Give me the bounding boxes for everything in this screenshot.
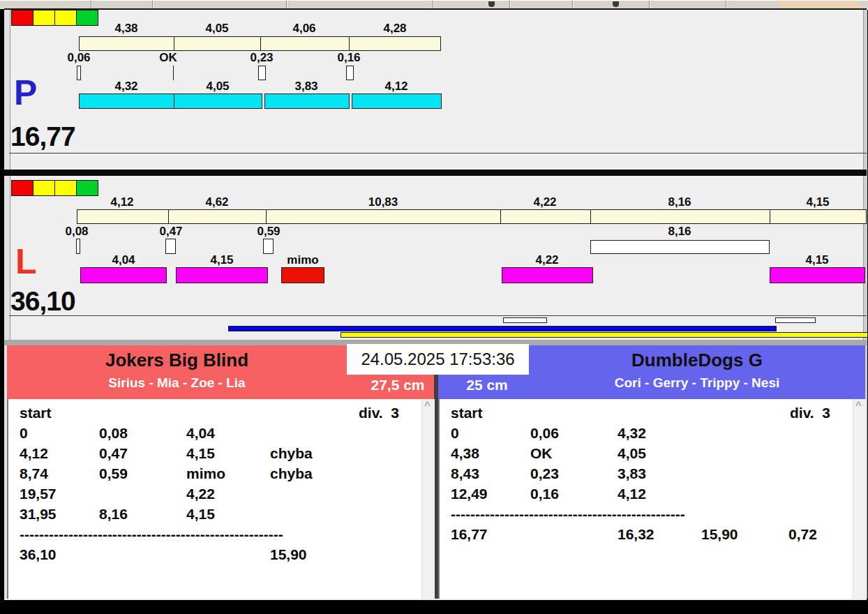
traffic-light-yellow-icon [33, 180, 55, 196]
segment-divider [260, 37, 261, 50]
log-row: 8,74 0,59 mimo chyba [8, 465, 420, 485]
log-total-time: 36,10 [20, 546, 57, 563]
lane-p-top-split-label: 4,06 [259, 22, 350, 36]
run-log-left[interactable]: start div. 3 0 0,08 4,04 4,12 0,47 4,15 … [7, 399, 434, 599]
log-row: 0 0,06 4,32 [440, 425, 851, 444]
log-scrollbar[interactable]: ^ [421, 399, 435, 599]
change-marker [77, 66, 81, 80]
lane-l-top-split-label: 4,12 [77, 195, 167, 209]
lane-l-bottom-split-label: 4,15 [177, 253, 267, 267]
log-row: 31,95 8,16 4,15 [8, 506, 420, 525]
log-cell: 4,15 [186, 445, 215, 462]
lane-p-top-split-label: 4,38 [81, 22, 172, 36]
lane-p-total-time: 16,77 [10, 123, 75, 150]
log-row: 8,43 0,23 3,83 [440, 465, 851, 485]
log-row: 4,38 OK 4,05 [440, 445, 851, 465]
lane-p-change-label: 0,23 [216, 51, 307, 65]
log-cell: 4,12 [618, 486, 646, 502]
log-total-row: 36,10 15,90 [8, 546, 420, 566]
lane-p-bottom-split-label: 4,05 [172, 80, 263, 93]
lane-p-change-label: OK [123, 51, 214, 65]
log-cell: 0,59 [99, 465, 128, 482]
log-cell: 4,22 [186, 486, 215, 502]
log-separator: ----------------------------------------… [451, 506, 688, 523]
lane-l-change-label: 0,47 [126, 225, 216, 239]
lane-l-top-bar [77, 209, 867, 224]
progress-marker [503, 317, 547, 323]
team-right-jump-height: 25 cm [445, 377, 529, 394]
change-marker [76, 239, 80, 254]
team-right-dogs: Cori - Gerry - Trippy - Nesi [529, 375, 865, 391]
log-scrollbar[interactable]: ^ [853, 399, 866, 599]
log-header: start [451, 405, 483, 421]
change-wide-marker [590, 240, 770, 254]
log-cell: 4,15 [186, 506, 215, 523]
log-cell: 0 [451, 425, 459, 442]
log-cell: 0,16 [530, 486, 559, 502]
log-cell: 4,05 [618, 445, 646, 462]
log-cell: 8,74 [20, 465, 48, 482]
log-cell: 4,12 [20, 445, 48, 462]
log-cell: 0 [20, 425, 28, 442]
lane-l-leg-bar [176, 267, 268, 283]
lane-l-change-label: 0,08 [31, 225, 122, 239]
lane-l-top-split-label: 10,83 [338, 195, 428, 209]
change-marker [263, 239, 274, 254]
lane-p-leg-bar [352, 93, 442, 109]
log-cell: 0,23 [530, 465, 559, 482]
log-cell: 0,06 [530, 425, 559, 442]
segment-divider [266, 210, 267, 223]
lane-p-bottom-split-label: 4,12 [351, 80, 442, 93]
lane-l-bottom-split-label: mimo [257, 253, 348, 267]
change-marker [173, 66, 174, 80]
lane-p-leg-bar [174, 93, 262, 109]
team-right-name: DumbleDogs G [529, 350, 865, 371]
lane-divider [4, 170, 867, 176]
log-total-row: 16,77 16,32 15,90 0,72 [440, 526, 851, 546]
segment-divider [770, 210, 770, 223]
lane-l-top-split-label: 4,22 [500, 195, 590, 209]
lane-l-change-wide-label: 8,16 [634, 225, 725, 239]
lane-p-letter: P [14, 75, 37, 110]
traffic-light-yellow-icon [33, 10, 55, 26]
log-row: 4,12 0,47 4,15 chyba [8, 445, 420, 465]
lane-l-bottom-split-label: 4,22 [502, 253, 592, 267]
lane-l-leg-bar [502, 267, 593, 283]
scroll-up-icon[interactable]: ^ [424, 399, 431, 411]
lane-l-leg-bar [80, 267, 167, 283]
lane-p-top-split-label: 4,05 [172, 22, 262, 36]
lane-p-bottom-split-label: 4,32 [81, 80, 172, 93]
log-cell: mimo [186, 465, 225, 482]
log-cell: OK [530, 445, 553, 462]
divider-line [9, 153, 867, 154]
log-header-row: start div. 3 [8, 405, 420, 424]
scroll-up-icon[interactable]: ^ [855, 399, 862, 411]
lane-p-top-split-label: 4,28 [350, 22, 440, 36]
change-marker [346, 66, 354, 80]
log-header-row: start div. 3 [440, 405, 851, 424]
datetime-display: 24.05.2025 17:53:36 [347, 344, 529, 375]
log-cell: chyba [270, 445, 313, 462]
traffic-light-red-icon [11, 10, 33, 26]
lane-l-bottom-split-label: 4,04 [78, 253, 169, 267]
log-stat: 0,72 [788, 526, 817, 543]
lane-l-fault-bar [281, 267, 324, 283]
toolbar-glyph-fragment [488, 1, 495, 7]
log-cell: 19,57 [20, 486, 57, 502]
log-row: 0 0,08 4,04 [8, 425, 420, 444]
lane-l-change-label: 0,59 [223, 225, 314, 239]
lane-l-top-split-label: 4,62 [172, 195, 262, 209]
screenshot-root: 4,38 4,05 4,06 4,28 0,06 OK 0,23 0,16 4,… [0, 0, 868, 614]
lane-l-top-split-label: 8,16 [634, 195, 725, 209]
traffic-light-green-icon [76, 180, 98, 196]
log-total-time: 16,77 [451, 526, 488, 543]
lane-p-change-label: 0,06 [33, 51, 124, 65]
segment-divider [174, 37, 174, 50]
traffic-light-yellow-icon [54, 10, 77, 26]
progress-marker [775, 317, 816, 323]
lane-p-leg-bar [79, 93, 174, 109]
lane-p-top-bar [79, 36, 441, 51]
division-label: div. 3 [719, 405, 830, 421]
traffic-light-red-icon [11, 180, 33, 196]
run-log-right[interactable]: start div. 3 0 0,06 4,32 4,38 OK 4,05 8,… [438, 399, 865, 599]
